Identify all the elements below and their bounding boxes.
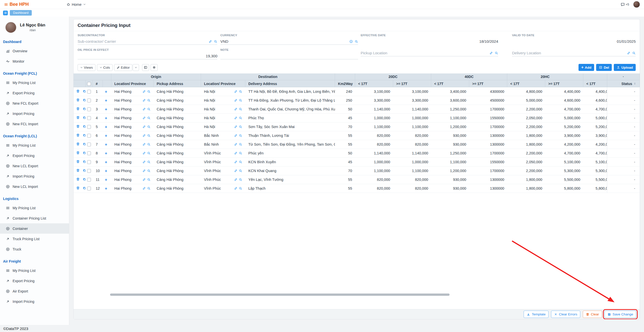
editor-button[interactable]: Editor [114, 64, 132, 71]
cell-40dc-lt17[interactable]: 930,000 [431, 184, 469, 193]
search-icon[interactable] [239, 187, 242, 190]
sort-icon[interactable] [633, 82, 636, 85]
link-icon[interactable] [209, 40, 212, 43]
sidebar-item-my-pricing-list[interactable]: My Pricing List [0, 203, 69, 213]
cell-40dc-gte17[interactable]: 4300000 [469, 87, 507, 96]
link-icon[interactable] [234, 125, 238, 129]
cell-20dc-gte17[interactable]: 3,300,000 [393, 96, 431, 105]
delete-row-icon[interactable] [76, 169, 80, 172]
cell-20hc-lt17[interactable]: 2,050,000 [507, 114, 545, 122]
sidebar-item-my-pricing-list[interactable]: My Pricing List [0, 140, 69, 150]
cell-20hc-lt17[interactable]: 1,800,000 [507, 184, 545, 193]
cell-20dc-lt17[interactable]: 820,000 [355, 175, 393, 184]
cell-km2way[interactable]: 50 [335, 149, 355, 158]
cell-20dc-gte17[interactable]: 1,140,000 [393, 105, 431, 114]
search-icon[interactable] [147, 116, 151, 120]
brand-logo[interactable]: Bee HPH [4, 2, 29, 7]
sidebar-item-truck-pricing-list[interactable]: Truck Pricing List [0, 234, 69, 244]
breadcrumb-dashboard[interactable]: Dashboard [10, 10, 32, 16]
cell-pickup-address[interactable]: Cảng Hải Phòng [154, 149, 201, 158]
search-icon[interactable] [239, 160, 242, 164]
row-checkbox[interactable] [87, 125, 91, 129]
link-icon[interactable] [489, 51, 493, 55]
link-icon[interactable] [234, 107, 238, 111]
cell-20hc-lt17[interactable]: 1,800,000 [507, 175, 545, 184]
cell-20dc-gte17[interactable]: 820,000 [393, 175, 431, 184]
cell-20dc-lt17[interactable]: 1,000,000 [355, 158, 393, 167]
search-icon[interactable] [147, 107, 151, 111]
row-checkbox[interactable] [87, 107, 91, 111]
search-icon[interactable] [239, 116, 242, 120]
delete-row-icon[interactable] [76, 98, 80, 102]
search-icon[interactable] [239, 99, 242, 102]
note-field[interactable] [220, 53, 358, 59]
cell-20hc-gte17[interactable]: 4,700,000 [545, 149, 583, 158]
search-icon[interactable] [147, 151, 151, 155]
search-icon[interactable] [239, 125, 242, 129]
sidebar-item-truck[interactable]: Truck [0, 244, 69, 254]
horizontal-scrollbar[interactable] [110, 294, 450, 296]
save-change-button[interactable]: Save Change [604, 311, 636, 318]
sidebar-item-container[interactable]: Container [0, 223, 69, 234]
link-icon[interactable] [234, 187, 238, 190]
oil-price-field[interactable]: 19,300 [78, 53, 217, 59]
currency-field[interactable]: VND [220, 38, 358, 45]
duplicate-row-icon[interactable] [83, 107, 86, 111]
link-icon[interactable] [142, 143, 146, 146]
cell-pickup-address[interactable]: Cảng Hải Phòng [154, 175, 201, 184]
cell-20hc-gte17[interactable]: 5,300,000 [545, 167, 583, 175]
cell-pickup-address[interactable]: Cảng Hải Phòng [154, 140, 201, 149]
cell-40dc-lt17[interactable]: 1,200,000 [431, 167, 469, 175]
link-icon[interactable] [234, 169, 238, 173]
link-icon[interactable] [234, 134, 238, 137]
row-checkbox[interactable] [87, 160, 91, 164]
cell-40dc-gte17[interactable]: 4500000 [469, 96, 507, 105]
cell-origin-location[interactable]: Hai Phong [111, 175, 154, 184]
sidebar-item-export-pricing[interactable]: Export Pricing [0, 150, 69, 161]
pickup-location-field[interactable]: Pickup Location [361, 50, 498, 56]
cell-40dc-gte17[interactable]: 1550000 [469, 158, 507, 167]
link-icon[interactable] [142, 90, 146, 93]
cell-20dc-gte17[interactable]: 820,000 [393, 140, 431, 149]
cell-origin-location[interactable]: Hai Phong [111, 140, 154, 149]
editor-dropdown-button[interactable] [133, 64, 139, 71]
cell-delivery-address[interactable]: TT Hà Đông, Xuân Phương, Từ Liêm, Đại Lộ… [245, 96, 335, 105]
delete-row-icon[interactable] [76, 116, 80, 119]
cell-40dc-gte17[interactable]: 1300000 [469, 175, 507, 184]
cell-40dc-lt17[interactable]: 1,250,000 [431, 105, 469, 114]
expand-row-button[interactable]: + [105, 107, 107, 112]
search-icon[interactable] [239, 169, 242, 173]
search-icon[interactable] [147, 125, 151, 129]
cell-delivery-address[interactable]: Sơn Tây, Sóc Sơn Xuân Mai [245, 122, 335, 131]
delete-row-icon[interactable] [76, 124, 80, 128]
sidebar-item-new-lcl-import[interactable]: New LCL Import [0, 181, 69, 192]
cell-km2way[interactable]: 45 [335, 158, 355, 167]
cell-delivery-address[interactable]: KCN Khai Quang [245, 167, 335, 175]
cell-20dc-lt17[interactable]: 1,140,000 [355, 105, 393, 114]
cell-km2way[interactable]: 250 [335, 96, 355, 105]
row-checkbox[interactable] [87, 90, 91, 94]
duplicate-row-icon[interactable] [83, 90, 86, 93]
cell-40dc-gte17[interactable]: 1300000 [469, 184, 507, 193]
sidebar-item-my-pricing-list[interactable]: My Pricing List [0, 77, 69, 88]
cell-pickup-address[interactable]: Cảng Hải Phòng [154, 131, 201, 140]
cell-20hc-gte17[interactable]: 4,200,000 [545, 140, 583, 149]
cell-origin-location[interactable]: Hai Phong [111, 105, 154, 114]
cell-40dc-lt17[interactable]: 930,000 [431, 131, 469, 140]
cell-20dc-gte17[interactable]: 1,000,000 [393, 158, 431, 167]
link-icon[interactable] [142, 178, 146, 181]
cell-20hc-lt17[interactable]: 1,800,000 [507, 131, 545, 140]
cell-delivery-address[interactable]: Từ Sơn, Tiên Sơn, Đại Đồng, Yên Phong, T… [245, 140, 335, 149]
row-checkbox[interactable] [87, 99, 91, 102]
link-icon[interactable] [142, 169, 146, 173]
search-icon[interactable] [147, 99, 151, 102]
sidebar-item-air-export[interactable]: Air Export [0, 286, 69, 296]
cell-40dc-lt17[interactable]: 3,600,000 [431, 96, 469, 105]
search-icon[interactable] [147, 143, 151, 146]
duplicate-row-icon[interactable] [83, 151, 86, 155]
cell-20dc-lt17[interactable]: 820,000 [355, 140, 393, 149]
sidebar-item-import-pricing[interactable]: Import Pricing [0, 171, 69, 181]
link-icon[interactable] [234, 116, 238, 120]
cell-pickup-address[interactable]: Cảng Hải Phòng [154, 105, 201, 114]
link-icon[interactable] [234, 151, 238, 155]
